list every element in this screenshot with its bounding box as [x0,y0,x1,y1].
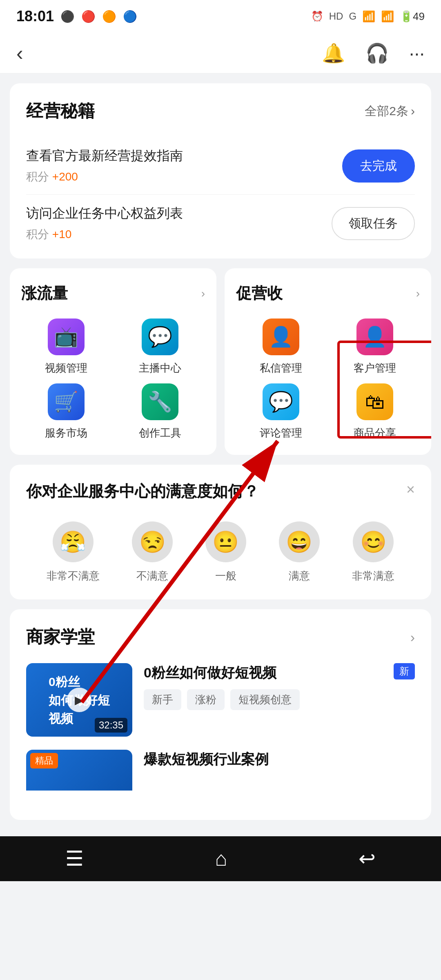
task-btn-2[interactable]: 领取任务 [332,207,415,240]
emoji-very-satisfied[interactable]: 😊 非常满意 [352,521,394,583]
emoji-face-1: 😤 [53,521,94,562]
tag-newbie[interactable]: 新手 [144,689,181,710]
tag-short-video[interactable]: 短视频创意 [230,689,300,710]
task-btn-1[interactable]: 去完成 [342,149,415,183]
video-thumb-2[interactable]: 精品 [26,750,132,791]
emoji-label-1: 非常不满意 [47,569,100,583]
status-right: ⏰ HD G 📶 📶 🔋49 [311,10,425,23]
video-manage-label: 视频管理 [45,361,87,375]
badge-premium: 精品 [30,753,58,768]
emoji-satisfied[interactable]: 😄 满意 [279,521,320,583]
video-play-1[interactable]: ▶ [67,688,91,712]
emoji-label-3: 一般 [215,569,236,583]
task-info-2: 访问企业任务中心权益列表 积分 +10 [26,205,183,242]
status-hd: HD [329,11,343,22]
service-market-icon: 🛒 [48,383,85,420]
merchant-school-card: 商家学堂 › 0粉丝如何做好短视频 ▶ 32:35 0粉丝如何做好短视频 新 新… [10,609,431,820]
bottom-home-icon[interactable]: ⌂ [215,847,227,871]
zengliuliang-card: 涨流量 › 📺 视频管理 💬 主播中心 [10,268,216,455]
school-link[interactable]: › [410,629,415,645]
emoji-face-3: 😐 [205,521,246,562]
task-name-2: 访问企业任务中心权益列表 [26,205,183,223]
status-bar: 18:01 ⚫ 🔴 🟠 🔵 ⏰ HD G 📶 📶 🔋49 [0,0,441,33]
icon-service-market[interactable]: 🛒 服务市场 [21,383,111,440]
service-market-label: 服务市场 [45,426,87,440]
video-name-2: 爆款短视频行业案例 [144,750,415,769]
bottom-menu-icon[interactable]: ☰ [65,847,84,871]
headset-icon[interactable]: 🎧 [365,42,389,64]
emoji-label-5: 非常满意 [352,569,394,583]
more-icon[interactable]: ··· [409,42,425,64]
customer-mgmt-icon: 👤 [356,318,393,355]
top-nav: ‹ 🔔 🎧 ··· [0,33,441,74]
icon-product-share[interactable]: 🛍 商品分享 [330,383,420,440]
jingying-header: 经营秘籍 全部2条 › [26,100,415,122]
emoji-label-4: 满意 [289,569,310,583]
emoji-neutral[interactable]: 😐 一般 [205,521,246,583]
product-share-icon: 🛍 [356,383,393,420]
status-battery: 🔋49 [400,10,425,23]
comment-mgmt-icon: 💬 [263,383,299,420]
survey-card: × 你对企业服务中心的满意度如何？ 😤 非常不满意 😒 不满意 😐 一般 😄 满… [10,465,431,599]
nav-right-icons: 🔔 🎧 ··· [322,42,425,64]
survey-close-button[interactable]: × [406,481,415,498]
cuyingshou-header: 促营收 › [236,283,420,304]
two-col-section: 涨流量 › 📺 视频管理 💬 主播中心 [10,268,431,455]
video-manage-icon: 📺 [48,318,85,355]
icon-anchor-center[interactable]: 💬 主播中心 [115,318,205,375]
survey-title: 你对企业服务中心的满意度如何？ [26,481,415,502]
status-signal: 📶 [362,10,375,23]
emoji-very-unsatisfied[interactable]: 😤 非常不满意 [47,521,100,583]
zengliuliang-arrow[interactable]: › [201,287,205,300]
icon-video-manage[interactable]: 📺 视频管理 [21,318,111,375]
icon-private-msg[interactable]: 👤 私信管理 [236,318,326,375]
task-info-1: 查看官方最新经营提效指南 积分 +200 [26,147,183,185]
video-item-1: 0粉丝如何做好短视频 ▶ 32:35 0粉丝如何做好短视频 新 新手 涨粉 短视… [26,663,415,737]
back-button[interactable]: ‹ [16,41,23,65]
task-name-1: 查看官方最新经营提效指南 [26,147,183,165]
task-points-1: 积分 +200 [26,169,183,185]
notification-icon[interactable]: 🔔 [322,42,345,64]
create-tools-label: 创作工具 [139,426,181,440]
icon-comment-mgmt[interactable]: 💬 评论管理 [236,383,326,440]
anchor-center-icon: 💬 [142,318,178,355]
video-name-1: 0粉丝如何做好短视频 [144,663,387,683]
emoji-unsatisfied[interactable]: 😒 不满意 [132,521,173,583]
video-title-row-1: 0粉丝如何做好短视频 新 [144,663,415,683]
product-share-label: 商品分享 [354,426,396,440]
cuyingshou-arrow[interactable]: › [416,287,420,300]
zengliuliang-title: 涨流量 [21,283,68,304]
emoji-face-5: 😊 [353,521,394,562]
status-icon1: 🔴 [81,10,96,23]
jingying-link[interactable]: 全部2条 › [365,103,415,120]
emoji-face-4: 😄 [279,521,320,562]
zengliuliang-grid: 📺 视频管理 💬 主播中心 🛒 服务市场 [21,318,205,440]
video-info-2: 爆款短视频行业案例 [144,750,415,769]
bottom-back-icon[interactable]: ↩ [359,847,376,871]
video-duration-1: 32:35 [95,718,127,733]
bottom-bar: ☰ ⌂ ↩ [0,836,441,881]
emoji-label-2: 不满意 [136,569,168,583]
customer-mgmt-label: 客户管理 [354,361,396,375]
cuyingshou-grid: 👤 私信管理 👤 客户管理 💬 评论管理 [236,318,420,440]
status-wifi: 📶 [381,10,394,23]
icon-customer-mgmt[interactable]: 👤 客户管理 [330,318,420,375]
anchor-center-label: 主播中心 [139,361,181,375]
school-header: 商家学堂 › [26,626,415,648]
tag-grow-fans[interactable]: 涨粉 [187,689,225,710]
status-icon2: 🟠 [102,10,116,23]
video-item-2: 精品 爆款短视频行业案例 [26,750,415,791]
status-icon3: 🔵 [123,10,137,23]
cuyingshou-title: 促营收 [236,283,283,304]
video-thumb-1[interactable]: 0粉丝如何做好短视频 ▶ 32:35 [26,663,132,737]
cuyingshou-card: 促营收 › 👤 私信管理 👤 客户管理 [225,268,431,455]
create-tools-icon: 🔧 [142,383,178,420]
zengliuliang-header: 涨流量 › [21,283,205,304]
video-info-1: 0粉丝如何做好短视频 新 新手 涨粉 短视频创意 [144,663,415,710]
emoji-face-2: 😒 [132,521,173,562]
status-time: 18:01 [16,8,54,25]
icon-create-tools[interactable]: 🔧 创作工具 [115,383,205,440]
school-title: 商家学堂 [26,626,95,648]
status-dot: ⚫ [60,10,75,23]
task-item-1: 查看官方最新经营提效指南 积分 +200 去完成 [26,137,415,195]
